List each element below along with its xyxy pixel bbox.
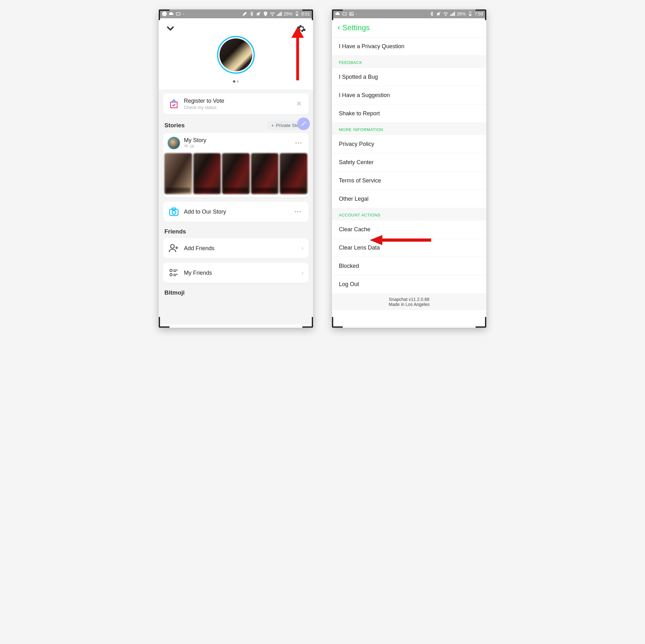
safety-center-row[interactable]: Safety Center [332, 153, 486, 172]
vote-title: Register to Vote [184, 98, 224, 104]
svg-rect-9 [280, 13, 280, 16]
svg-rect-3 [176, 13, 180, 15]
story-thumb[interactable] [222, 153, 250, 194]
svg-rect-12 [296, 14, 297, 15]
story-avatar [168, 137, 180, 149]
svg-rect-36 [454, 12, 455, 16]
svg-rect-28 [343, 13, 347, 15]
image-icon [349, 11, 354, 16]
svg-rect-33 [450, 15, 451, 16]
chevron-right-icon: › [301, 269, 303, 277]
overflow-dot: · [356, 11, 358, 17]
story-thumb[interactable] [251, 153, 279, 194]
version-text: Snapchat v11.2.0.68 [332, 297, 486, 302]
plus-icon: + [271, 123, 274, 128]
friends-heading: Friends [163, 226, 308, 238]
vote-icon [168, 98, 180, 110]
story-thumb[interactable] [280, 153, 307, 194]
frame-corner [302, 317, 313, 328]
other-legal-row[interactable]: Other Legal [332, 190, 486, 208]
clear-cache-row[interactable]: Clear Cache [332, 220, 486, 239]
add-our-story-label: Add to Our Story [184, 208, 226, 215]
privacy-question-row[interactable]: I Have a Privacy Question [332, 37, 486, 56]
profile-screen: · 25% 8:01 [159, 9, 313, 328]
tos-row[interactable]: Terms of Service [332, 172, 486, 190]
blocked-row[interactable]: Blocked [332, 257, 486, 275]
group-more-info: MORE INFORMATION [332, 123, 486, 135]
battery-text: 26% [457, 11, 466, 16]
bitmoji-heading: Bitmoji [163, 287, 308, 298]
privacy-policy-row[interactable]: Privacy Policy [332, 135, 486, 153]
battery-text: 25% [284, 11, 292, 16]
svg-point-6 [272, 15, 273, 16]
add-friends-row[interactable]: Add Friends › [163, 238, 308, 258]
gear-icon[interactable] [297, 24, 306, 33]
overflow-dot: · [183, 11, 184, 17]
frame-corner [475, 317, 486, 328]
settings-footer: Snapchat v11.2.0.68 Made in Los Angeles [332, 294, 486, 310]
settings-title: Settings [342, 23, 370, 32]
settings-screen: · 26% 7:59 ‹ Settings I Have a Privacy Q… [332, 9, 486, 328]
svg-point-5 [265, 13, 266, 14]
story-views: 26 [184, 144, 206, 149]
stories-heading: Stories [164, 122, 185, 129]
svg-rect-34 [452, 14, 452, 16]
frame-corner [332, 9, 343, 20]
status-bar: · 25% 8:01 [159, 9, 313, 18]
close-icon[interactable]: ✕ [294, 99, 303, 109]
story-thumb[interactable] [164, 153, 192, 194]
friends-list-icon [168, 267, 180, 279]
location-icon [263, 11, 268, 16]
more-icon[interactable]: ••• [292, 207, 303, 216]
svg-rect-35 [453, 13, 453, 16]
bug-row[interactable]: I Spotted a Bug [332, 68, 486, 86]
svg-rect-38 [470, 14, 471, 15]
frame-corner [159, 317, 170, 328]
svg-point-32 [445, 15, 446, 16]
svg-rect-7 [277, 15, 278, 16]
my-friends-label: My Friends [184, 270, 212, 276]
frame-corner [475, 9, 486, 20]
wifi-icon [443, 11, 448, 16]
avatar[interactable] [217, 36, 255, 74]
status-bar: · 26% 7:59 [332, 9, 486, 18]
signal-icon [277, 11, 282, 16]
vote-subtitle: Check my status [184, 105, 224, 110]
frame-corner [332, 317, 343, 328]
frame-corner [159, 9, 170, 20]
my-story-label: My Story [184, 137, 206, 144]
chevron-right-icon: › [301, 244, 303, 253]
register-vote-card[interactable]: Register to Vote Check my status ✕ [163, 93, 308, 114]
card-icon [342, 11, 347, 16]
camera-icon [168, 206, 180, 217]
story-thumb[interactable] [193, 153, 221, 194]
more-icon[interactable]: ••• [293, 138, 304, 148]
svg-point-20 [170, 269, 172, 272]
logout-row[interactable]: Log Out [332, 275, 486, 294]
wifi-icon [270, 11, 275, 16]
story-thumbnails[interactable] [163, 153, 308, 197]
clear-lens-row[interactable]: Clear Lens Data [332, 239, 486, 257]
svg-rect-8 [278, 14, 279, 16]
chevron-down-icon[interactable] [166, 24, 175, 33]
svg-point-14 [304, 122, 305, 123]
svg-point-21 [170, 274, 172, 276]
svg-point-17 [172, 210, 176, 214]
bluetooth-icon [429, 11, 434, 16]
back-icon[interactable]: ‹ [338, 24, 340, 32]
my-friends-row[interactable]: My Friends › [163, 263, 308, 283]
compose-fab[interactable] [297, 118, 310, 130]
cloud-icon [169, 11, 174, 16]
eye-icon [184, 144, 188, 149]
svg-rect-39 [470, 12, 470, 12]
suggestion-row[interactable]: I Have a Suggestion [332, 86, 486, 105]
group-account-actions: ACCOUNT ACTIONS [332, 208, 486, 220]
view-count: 26 [190, 144, 194, 149]
add-friends-label: Add Friends [184, 245, 214, 252]
my-story-card[interactable]: My Story 26 ••• [163, 133, 308, 197]
battery-icon [468, 11, 473, 16]
pencil-icon [242, 11, 247, 16]
signal-icon [450, 11, 455, 16]
add-our-story-row[interactable]: Add to Our Story ••• [163, 202, 308, 222]
shake-report-row[interactable]: Shake to Report [332, 105, 486, 123]
